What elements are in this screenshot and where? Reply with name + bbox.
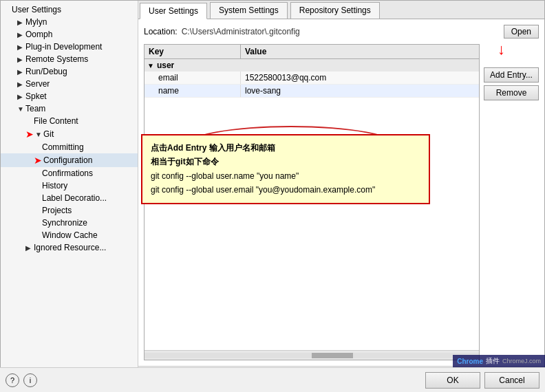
tooltip-line-3: git config --global user.name "you name" <box>151 169 420 183</box>
cancel-button[interactable]: Cancel <box>484 372 539 389</box>
tooltip-box: 点击Add Entry 输入用户名和邮箱 相当于git如下命令 git conf… <box>141 134 430 204</box>
col-value-header: Value <box>241 45 479 58</box>
git-red-arrow-icon: ➤ <box>25 129 34 140</box>
name-value: love-sang <box>241 85 479 97</box>
rundebug-arrow: ▶ <box>17 68 25 76</box>
plugin-arrow: ▶ <box>17 43 25 51</box>
sidebar-item-projects[interactable]: Projects <box>1 204 138 217</box>
table-row[interactable]: email 1522580013@qq.com <box>145 72 479 85</box>
sidebar-item-oomph[interactable]: ▶ Oomph <box>1 28 138 41</box>
team-arrow: ▼ <box>17 105 25 113</box>
oomph-arrow: ▶ <box>17 31 25 39</box>
sidebar-item-file-content[interactable]: File Content <box>1 115 138 127</box>
scrollbar-thumb <box>312 353 353 358</box>
table-row[interactable]: name love-sang <box>145 85 479 98</box>
chrome-badge-url: ChromeJ.com <box>502 358 541 364</box>
tabs-bar: User Settings System Settings Repository… <box>138 1 544 19</box>
add-entry-button[interactable]: Add Entry... <box>484 67 539 83</box>
location-label: Location: <box>144 27 178 36</box>
ok-button[interactable]: OK <box>425 372 480 389</box>
sidebar-item-run-debug[interactable]: ▶ Run/Debug <box>1 65 138 78</box>
arrow-annotation-container: ↓ <box>484 44 539 65</box>
email-key: email <box>145 72 241 84</box>
table-header: Key Value <box>145 45 479 59</box>
tooltip-line-2: 相当于git如下命令 <box>151 155 420 168</box>
sidebar-item-plugin-development[interactable]: ▶ Plug-in Development <box>1 41 138 53</box>
group-user-header: ▼ user <box>145 59 479 72</box>
ir-arrow: ▶ <box>25 244 34 252</box>
tooltip-line-1: 点击Add Entry 输入用户名和邮箱 <box>151 141 420 155</box>
location-value: C:\Users\Administrator\.gitconfig <box>182 27 500 36</box>
info-icon[interactable]: i <box>23 373 37 387</box>
sidebar-item-team[interactable]: ▼ Team <box>1 102 138 115</box>
chrome-badge-text: Chrome <box>457 358 483 365</box>
spket-arrow: ▶ <box>17 93 25 100</box>
chrome-badge-sub: 插件 <box>486 356 500 366</box>
sidebar-item-git[interactable]: ➤ ▼ Git <box>1 127 138 141</box>
remote-arrow: ▶ <box>17 56 25 63</box>
footer-left: ? i <box>6 373 37 387</box>
table-buttons: ↓ Add Entry... Remove <box>484 44 539 360</box>
down-arrow-annotation-icon: ↓ <box>498 44 505 58</box>
remove-button[interactable]: Remove <box>484 85 539 100</box>
group-user-label: user <box>157 61 174 70</box>
sidebar-item-label-decorations[interactable]: Label Decoratio... <box>1 192 138 204</box>
location-row: Location: C:\Users\Administrator\.gitcon… <box>144 25 539 39</box>
server-arrow: ▶ <box>17 80 25 88</box>
scrollbar-track <box>145 353 479 358</box>
sidebar-item-server[interactable]: ▶ Server <box>1 78 138 90</box>
sidebar-item-mylyn[interactable]: ▶ Mylyn <box>1 16 138 28</box>
col-key-header: Key <box>145 45 241 58</box>
name-key: name <box>145 85 241 97</box>
sidebar-item-history[interactable]: History <box>1 179 138 192</box>
email-value: 1522580013@qq.com <box>241 72 479 84</box>
help-icon[interactable]: ? <box>6 373 19 387</box>
git-arrow: ▼ <box>35 131 43 138</box>
tab-system-settings[interactable]: System Settings <box>210 2 288 19</box>
sidebar-item-committing[interactable]: Committing <box>1 141 138 153</box>
group-user-arrow: ▼ <box>147 62 154 69</box>
table-scrollbar[interactable] <box>145 350 479 360</box>
footer: ? i OK Cancel <box>0 367 545 392</box>
sidebar-item-window-cache[interactable]: Window Cache <box>1 229 138 241</box>
sidebar-list: User Settings ▶ Mylyn ▶ Oomph ▶ Plug-in … <box>1 1 138 380</box>
tab-user-settings[interactable]: User Settings <box>140 3 207 19</box>
mylyn-arrow: ▶ <box>17 19 25 26</box>
chrome-extension-badge: Chrome 插件 ChromeJ.com <box>453 355 545 367</box>
tooltip-line-4: git config --global user.email "you@youd… <box>151 183 420 197</box>
sidebar-item-remote-systems[interactable]: ▶ Remote Systems <box>1 53 138 65</box>
sidebar: User Settings ▶ Mylyn ▶ Oomph ▶ Plug-in … <box>1 1 138 391</box>
sidebar-item-confirmations[interactable]: Confirmations <box>1 167 138 179</box>
sidebar-item-ignored-resource[interactable]: ▶ Ignored Resource... <box>1 241 138 254</box>
config-red-arrow-icon: ➤ <box>34 155 42 166</box>
sidebar-item-synchronize[interactable]: Synchronize <box>1 217 138 229</box>
table-body: ▼ user email 1522580013@qq.com name love… <box>145 59 479 350</box>
sidebar-item-spket[interactable]: ▶ Spket <box>1 90 138 102</box>
open-button[interactable]: Open <box>504 25 539 39</box>
tab-repository-settings[interactable]: Repository Settings <box>290 2 380 19</box>
sidebar-item-configuration[interactable]: ➤ Configuration <box>1 153 138 167</box>
sidebar-item-user-settings[interactable]: User Settings <box>1 3 138 16</box>
